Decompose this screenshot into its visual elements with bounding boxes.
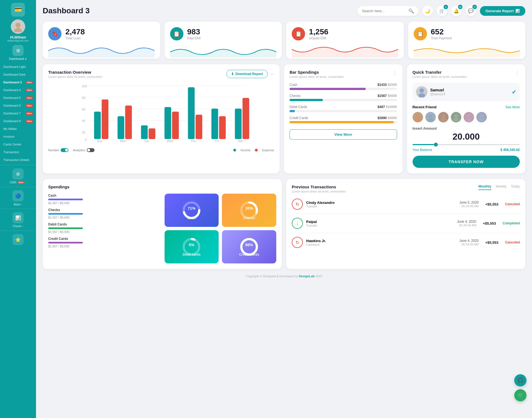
svg-point-45 bbox=[467, 114, 470, 118]
svg-rect-25 bbox=[141, 125, 148, 139]
apps-icon-btn[interactable]: 🔵 bbox=[12, 190, 24, 201]
help-float-btn[interactable]: 🎧 bbox=[514, 374, 526, 386]
unpaid-emi-label: Unpaid EMI bbox=[309, 36, 328, 40]
svg-point-39 bbox=[429, 114, 432, 118]
bell-icon: 🔔 bbox=[454, 8, 459, 14]
search-input[interactable] bbox=[362, 9, 406, 13]
sidebar-item-dashboard4[interactable]: Dashboard 4 New bbox=[0, 86, 36, 94]
friend-avatar-6[interactable] bbox=[476, 112, 487, 122]
svg-point-37 bbox=[416, 114, 420, 118]
star-icon-btn[interactable]: ⭐ bbox=[12, 234, 24, 245]
svg-text:40: 40 bbox=[82, 119, 85, 122]
chat-btn[interactable]: 💬 5 bbox=[466, 6, 476, 16]
stat-card-total-payment: 📋 652 Total Payment bbox=[408, 22, 526, 59]
see-more-link[interactable]: See More bbox=[505, 105, 520, 109]
svg-point-46 bbox=[466, 118, 472, 121]
stat-card-unpaid-emi: 📋 1,256 Unpaid EMI bbox=[286, 22, 404, 59]
svg-text:Tue: Tue bbox=[144, 139, 149, 142]
chat-icon: 💬 bbox=[468, 8, 474, 14]
sidebar-item-transaction[interactable]: Transaction bbox=[0, 148, 36, 156]
more-options-icon[interactable]: ··· bbox=[270, 71, 274, 77]
sidebar-section-cms: ⚙ CMS New › bbox=[0, 165, 36, 186]
transfer-now-button[interactable]: TRANSFER NOW bbox=[413, 156, 520, 168]
charts-icon-btn[interactable]: 📊 bbox=[12, 212, 24, 223]
analytics-toggle[interactable] bbox=[87, 148, 94, 152]
tx-overview-subtitle: Lorem ipsum dolor sit amet, consectetur bbox=[48, 75, 103, 78]
chart-icon: 📊 bbox=[515, 9, 520, 13]
dashboard-icon[interactable]: ⊞ bbox=[12, 45, 24, 56]
amount-slider-fill bbox=[413, 144, 434, 145]
svg-rect-23 bbox=[117, 116, 124, 139]
spendings-title: Spendings bbox=[48, 184, 276, 189]
sidebar-item-dashboard-light[interactable]: Dashboard Light bbox=[0, 63, 36, 71]
download-report-button[interactable]: ⬇ Download Report bbox=[226, 70, 268, 78]
sidebar-item-transaction-details[interactable]: Transaction Details bbox=[0, 156, 36, 164]
tab-monthly[interactable]: Monthly bbox=[479, 184, 491, 190]
svg-text:60: 60 bbox=[82, 108, 85, 111]
sidebar-item-cards[interactable]: Cards Center bbox=[0, 140, 36, 148]
svg-rect-29 bbox=[188, 87, 195, 139]
svg-point-48 bbox=[479, 118, 484, 121]
friend-avatar-5[interactable] bbox=[464, 112, 474, 122]
paid-emi-number: 983 bbox=[187, 27, 201, 36]
sidebar-item-dashboard7[interactable]: Dashboard 7 New bbox=[0, 109, 36, 117]
transaction-overview-card: Transaction Overview Lorem ipsum dolor s… bbox=[43, 64, 280, 173]
apps-label-row: Apps › bbox=[14, 202, 22, 206]
income-dot bbox=[233, 149, 236, 152]
amount-slider-track bbox=[413, 144, 520, 145]
main-content: Dashboard 3 🔍 🌙 🛒 2 🔔 12 💬 5 Gen bbox=[36, 0, 532, 418]
friend-avatar-4[interactable] bbox=[451, 112, 461, 122]
svg-point-41 bbox=[442, 114, 445, 118]
cart-float-btn[interactable]: 🛒 bbox=[514, 389, 526, 401]
search-box: 🔍 bbox=[357, 6, 418, 16]
badge-new: New bbox=[26, 89, 33, 92]
sidebar-item-dashboard8[interactable]: Dashboard 8 New bbox=[0, 117, 36, 125]
tx-overview-title: Transaction Overview bbox=[48, 70, 103, 75]
svg-rect-32 bbox=[219, 116, 226, 139]
svg-text:20: 20 bbox=[82, 131, 85, 134]
sidebar-item-dashboard-dark[interactable]: Dashboard Dark bbox=[0, 71, 36, 78]
bar-spendings-title: Bar Spendings bbox=[290, 70, 344, 75]
friend-avatar-1[interactable] bbox=[413, 112, 423, 122]
quick-transfer-more-icon[interactable]: ⋮ bbox=[515, 70, 520, 76]
stat-cards: 🔖 2,478 Total Loan 📋 983 Paid EMI bbox=[43, 22, 525, 59]
tx-icon-2: ↻ bbox=[292, 237, 303, 248]
bottom-row: Spendings Cash $1,567 / $5,000 Checks $1… bbox=[43, 179, 525, 269]
svg-point-47 bbox=[480, 114, 483, 118]
loan-icon: 🔖 bbox=[48, 27, 62, 40]
dark-mode-btn[interactable]: 🌙 bbox=[422, 6, 433, 16]
friend-avatar-2[interactable] bbox=[425, 112, 436, 122]
prev-tx-subtitle: Lorem ipsum dolor sit amet, consectetur bbox=[292, 190, 346, 193]
sidebar-item-invoices[interactable]: Invoices bbox=[0, 133, 36, 140]
view-more-button[interactable]: View More bbox=[290, 129, 397, 140]
sidebar-item-wallet[interactable]: My Wallet bbox=[0, 125, 36, 133]
tx-row-0: ↻ Cindy Alexandro Transfer June 5, 2020 … bbox=[292, 195, 520, 214]
donut-debit: 5% Debit cards bbox=[165, 230, 219, 263]
generate-report-button[interactable]: Generate Report 📊 bbox=[480, 6, 525, 16]
friend-avatar-3[interactable] bbox=[438, 112, 449, 122]
tab-weekly[interactable]: Weekly bbox=[496, 184, 507, 190]
sidebar-item-dashboard6[interactable]: Dashboard 6 New bbox=[0, 102, 36, 109]
cart-btn[interactable]: 🛒 2 bbox=[437, 6, 447, 16]
donut-grid: 71% Cash 30% Checks bbox=[165, 194, 277, 263]
cms-icon-btn[interactable]: ⚙ bbox=[12, 168, 24, 179]
bell-btn[interactable]: 🔔 12 bbox=[451, 6, 462, 16]
bar-spendings-more-icon[interactable]: ⋮ bbox=[392, 70, 397, 76]
paid-emi-label: Paid EMI bbox=[187, 36, 201, 40]
svg-point-1 bbox=[14, 28, 22, 32]
moon-icon: 🌙 bbox=[425, 8, 430, 14]
number-toggle[interactable] bbox=[61, 148, 68, 152]
spending-row-debit: Debit Cards $487 $10000 bbox=[290, 105, 397, 112]
qt-check-icon: ✔ bbox=[512, 89, 516, 95]
loan-wave bbox=[48, 44, 155, 58]
sidebar-item-dashboard3[interactable]: Dashboard 3 New bbox=[0, 78, 36, 86]
svg-rect-31 bbox=[211, 109, 218, 139]
tab-today[interactable]: Today bbox=[511, 184, 520, 190]
svg-rect-24 bbox=[125, 106, 132, 139]
amount-display: 20.000 bbox=[413, 132, 520, 142]
footer-link[interactable]: DexignLab bbox=[299, 275, 314, 278]
bar-chart: 100 80 60 40 20 0 Sun Mon Tue Wed Thu Fr bbox=[48, 81, 274, 142]
sidebar-item-dashboard5[interactable]: Dashboard 5 New bbox=[0, 94, 36, 102]
amount-slider-thumb[interactable] bbox=[434, 143, 438, 147]
sidebar-logo[interactable]: 💳 bbox=[11, 3, 25, 17]
